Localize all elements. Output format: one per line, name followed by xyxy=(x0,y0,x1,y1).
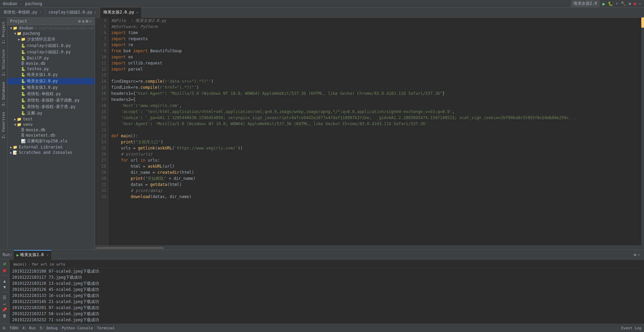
path-label: D:/software/python/project/douban xyxy=(35,26,95,30)
event-log-link[interactable]: Event Log xyxy=(621,326,641,330)
py-icon: 🐍 xyxy=(21,85,26,90)
pin-icon[interactable]: 📌 xyxy=(2,307,7,312)
more-icon[interactable]: ≡ xyxy=(628,1,631,6)
run-icon[interactable]: ▶ xyxy=(603,1,605,6)
run-icon: ▶ xyxy=(17,253,19,257)
tree-item-cosplay2[interactable]: ▶ 🐍 cosplay小姐姐2.0.py xyxy=(7,49,95,55)
scroll-up-icon[interactable]: ▲ xyxy=(3,279,6,283)
structure-tab[interactable]: 2: Structure xyxy=(1,48,6,77)
breadcrumb-item2: for url in urls xyxy=(32,261,65,268)
close-icon[interactable]: ✕ xyxy=(136,10,138,14)
project-sidebar: Project ⚙ ⇅ ⊞ — ▼ 📁 douban D:/software/p… xyxy=(7,18,95,250)
tree-item-girl-folder[interactable]: ▶ 📁 少女情怀总是诗 xyxy=(7,36,95,43)
status-right: Event Log xyxy=(621,326,641,330)
debug-icon[interactable]: 🐛 xyxy=(608,1,613,6)
tree-item-movie-db[interactable]: ▶ 🗄 movie.db xyxy=(7,61,95,66)
code-editor[interactable]: 45678 910111213 1415161718 1920212223 24… xyxy=(95,18,641,246)
tree-item-movie-db2[interactable]: ▶ 🗄 movie.db xyxy=(7,127,95,133)
tree-item-douban-py[interactable]: ▶ 🐍 豆瓣.py xyxy=(7,110,95,116)
run-tab[interactable]: ▶ 唯美女孩2.0 ✕ xyxy=(14,250,51,259)
tree-item-testos[interactable]: ▶ 🐍 testos.py xyxy=(7,66,95,72)
run-tab-label: Run: xyxy=(1,250,14,259)
restart-icon[interactable]: ↺ xyxy=(3,261,6,266)
tree-item-bqb-multi-fn[interactable]: ▶ 🐍 表情包-多线程-基于函数.py xyxy=(7,97,95,104)
minimize-panel-icon[interactable]: — xyxy=(638,252,640,257)
settings-icon[interactable]: ⚙ xyxy=(634,252,636,257)
tab-active[interactable]: 唯美女孩2.0.py ✕ xyxy=(100,7,142,18)
tree-item-ext-libs[interactable]: ▶ 📁 External Libraries xyxy=(7,144,95,150)
expand-arrow: ▼ xyxy=(14,123,16,127)
tree-label: DaiilP.py xyxy=(27,56,49,60)
tree-item-cosplay1[interactable]: ▶ 🐍 cosplay小姐姐1.0.py xyxy=(7,43,95,49)
folder-icon: 📁 xyxy=(21,37,26,42)
tree-label: douban xyxy=(19,26,33,30)
top-right-controls: 唯美女孩2.0 ▶ 🐛 ⚡ 🔨 ≡ ■ — xyxy=(571,0,641,7)
run-config-dropdown[interactable]: 唯美女孩2.0 xyxy=(571,0,600,7)
stop-icon[interactable]: ■ xyxy=(3,268,6,273)
tree-item-girl2-active[interactable]: ▶ 🐍 唯美女孩2.0.py xyxy=(7,78,95,84)
minimize-icon[interactable]: — xyxy=(639,1,641,6)
tree-item-girl1[interactable]: ▶ 🐍 唯美女孩1.0.py xyxy=(7,72,95,78)
editor-horizontal-scrollbar[interactable] xyxy=(95,246,641,250)
expand-icon[interactable]: ⊞ xyxy=(86,19,88,24)
debug-status-tab[interactable]: 5: Debug xyxy=(40,326,58,330)
tab-biaoqingbao[interactable]: 表情包-单线程.py ✕ xyxy=(0,7,45,18)
terminal-tab[interactable]: Terminal xyxy=(97,326,115,330)
tree-item-bqb-multi-cls[interactable]: ▶ 🐍 表情包-多线程-基于类.py xyxy=(7,104,95,110)
tree-label: 豆瓣.py xyxy=(27,110,42,116)
close-icon[interactable]: ✕ xyxy=(39,10,41,14)
tree-label: 唯美女孩3.0.py xyxy=(27,85,58,90)
build-icon[interactable]: 🔨 xyxy=(621,1,626,6)
breadcrumb: main() › for url in urls xyxy=(12,261,641,268)
stop-icon[interactable]: ■ xyxy=(634,1,636,6)
editor-tab-bar: 表情包-单线程.py ✕ cosplay小姐姐2.0.py ✕ 唯美女孩2.0.… xyxy=(0,7,644,18)
run-tab-name: 唯美女孩2.0 xyxy=(20,252,44,258)
output-line-1: 20191222103108 97-scaled.jpeg下载成功 xyxy=(12,268,641,274)
scrollbar-thumb[interactable] xyxy=(96,247,164,249)
project-tab[interactable]: 1: Project xyxy=(1,20,6,45)
py-icon: 🐍 xyxy=(21,50,26,54)
left-vertical-tabs: 1: Project 2: Structure 3: Database 2: F… xyxy=(0,18,7,250)
expand-arrow: ▶ xyxy=(14,117,16,121)
tree-item-movietest-db[interactable]: ▶ 🗄 movietest.db xyxy=(7,133,95,138)
tree-item-venv[interactable]: ▼ 📁 venv xyxy=(7,122,95,127)
profile-icon[interactable]: ⚡ xyxy=(616,1,618,6)
tree-label: cosplay小姐姐2.0.py xyxy=(27,49,71,55)
wrap-icon[interactable]: ↵ xyxy=(3,301,6,306)
favorites-tab[interactable]: 2: Favorites xyxy=(1,110,6,140)
python-console-tab[interactable]: Python Console xyxy=(62,326,93,330)
expand-arrow: ▶ xyxy=(10,145,12,149)
tree-label: venv xyxy=(23,122,33,127)
database-tab[interactable]: 3: Database xyxy=(1,80,6,108)
folder-icon: 📁 xyxy=(13,145,18,149)
settings-icon[interactable]: ⚙ xyxy=(78,19,81,24)
close-run-tab-icon[interactable]: ✕ xyxy=(47,253,49,257)
todo-tab[interactable]: 6: TODO xyxy=(3,326,18,330)
tab-cosplay[interactable]: cosplay小姐姐2.0.py ✕ xyxy=(45,7,100,18)
output-line-5: 20191222103133 16-scaled.jpeg下载成功 xyxy=(12,293,641,299)
output-line-7: 20191222103201 97-scaled.jpeg下载成功 xyxy=(12,305,641,311)
tree-item-girl3[interactable]: ▶ 🐍 唯美女孩3.0.py xyxy=(7,84,95,91)
tree-item-douban[interactable]: ▼ 📁 douban D:/software/python/project/do… xyxy=(7,25,95,31)
expand-arrow: ▼ xyxy=(10,26,12,30)
filter-icon[interactable]: ☰ xyxy=(3,295,6,300)
tree-item-daiilp[interactable]: ▶ 🐍 DaiilP.py xyxy=(7,55,95,61)
code-content[interactable]: #@File : 唯美女孩2.0.py #@Software: PyCharm … xyxy=(109,18,641,246)
sidebar-header: Project ⚙ ⇅ ⊞ — xyxy=(7,18,95,25)
tree-item-xls[interactable]: ▶ 📊 豆瓣电影top250.xls xyxy=(7,138,95,144)
tree-item-test[interactable]: ▶ 📁 test xyxy=(7,116,95,122)
run-side-buttons: ↺ ■ ▲ ▼ ☰ ↵ 📌 🗑 xyxy=(0,259,9,324)
trash-icon[interactable]: 🗑 xyxy=(3,313,7,318)
tree-item-scratches[interactable]: ▶ 📝 Scratches and Consoles xyxy=(7,150,95,155)
minus-icon[interactable]: — xyxy=(90,19,92,24)
panel-controls: ⚙ — xyxy=(634,252,643,257)
window-sep: – xyxy=(20,1,22,6)
py-icon: 🐍 xyxy=(21,79,26,83)
close-icon[interactable]: ✕ xyxy=(94,10,96,14)
tree-item-pachong[interactable]: ▼ 📁 pachong xyxy=(7,31,95,36)
sort-icon[interactable]: ⇅ xyxy=(82,19,84,24)
run-status-tab[interactable]: 4: Run xyxy=(22,326,36,330)
tree-item-bqb-single[interactable]: ▶ 🐍 表情包-单线程.py xyxy=(7,91,95,97)
scroll-down-icon[interactable]: ▼ xyxy=(3,285,6,289)
tree-label: movietest.db xyxy=(26,133,55,138)
